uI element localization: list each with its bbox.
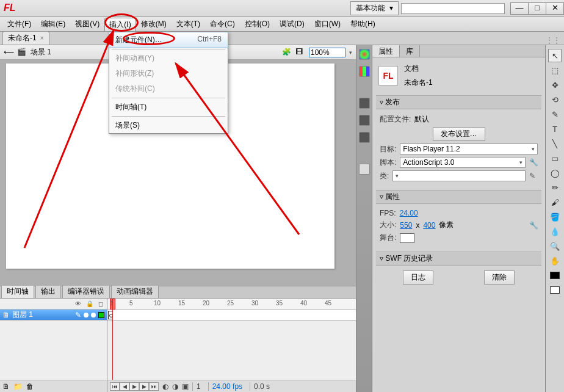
script-label: 脚本: (380, 158, 396, 168)
step-back-icon[interactable]: ◀ (120, 382, 129, 391)
fps-status: 24.00 fps (208, 382, 246, 391)
panel-tab[interactable]: 库 (400, 45, 420, 57)
tool-button[interactable] (548, 269, 562, 282)
target-combo[interactable]: Flash Player 11.2 (400, 143, 538, 154)
close-tab-icon[interactable]: × (40, 35, 44, 42)
clear-button[interactable]: 清除 (484, 270, 515, 285)
menu-修改[interactable]: 修改(M) (136, 17, 172, 31)
layer-outline-swatch[interactable] (98, 312, 104, 318)
outline-icon[interactable]: ◻ (98, 300, 103, 307)
window-maximize[interactable]: □ (528, 2, 546, 15)
frames-row[interactable] (107, 310, 356, 321)
pencil-icon[interactable]: ✎ (529, 172, 538, 180)
wrench-icon[interactable]: 🔧 (529, 158, 538, 167)
menu-item: 补间动画(Y) (109, 51, 228, 66)
tool-button[interactable]: 🖌 (548, 195, 562, 209)
menu-视图[interactable]: 视图(V) (70, 17, 104, 31)
window-minimize[interactable]: — (510, 2, 529, 15)
section-props-header[interactable]: ▿ 属性 (376, 190, 541, 204)
width-value[interactable]: 550 (400, 221, 412, 230)
section-publish-header[interactable]: ▿ 发布 (376, 95, 541, 109)
stage-color-swatch[interactable] (400, 233, 414, 243)
onion-outline-icon[interactable]: ◑ (172, 382, 178, 391)
menu-命令[interactable]: 命令(C) (205, 17, 240, 31)
delete-layer-icon[interactable]: 🗑 (26, 382, 34, 391)
tool-button[interactable]: ✥ (548, 78, 562, 92)
dock-color-icon[interactable] (359, 49, 370, 60)
scene-name: 场景 1 (31, 47, 51, 57)
fps-value[interactable]: 24.00 (400, 209, 418, 217)
script-combo[interactable]: ActionScript 3.0 (400, 157, 526, 168)
goto-last-icon[interactable]: ⏭ (149, 382, 159, 391)
tool-button[interactable]: T (548, 122, 562, 136)
wrench-icon[interactable]: 🔧 (529, 221, 538, 230)
target-label: 目标: (380, 144, 396, 154)
menu-item[interactable]: 时间轴(T) (109, 100, 228, 115)
tool-button[interactable]: 🔍 (548, 239, 562, 253)
menu-编辑[interactable]: 编辑(E) (36, 17, 70, 31)
layer-lock-dot[interactable] (91, 313, 96, 318)
scene-icon: 🎬 (17, 48, 27, 57)
dock-align-icon[interactable] (359, 98, 370, 109)
class-input[interactable] (392, 170, 526, 181)
tool-button[interactable]: ⟲ (548, 93, 562, 106)
goto-first-icon[interactable]: ⏮ (110, 382, 120, 391)
panel-tab[interactable]: 属性 (372, 45, 400, 57)
tool-button[interactable]: ⬚ (548, 64, 562, 77)
dock-library-icon[interactable] (359, 164, 370, 175)
menu-窗口[interactable]: 窗口(W) (309, 17, 345, 31)
lock-icon[interactable]: 🔒 (86, 300, 93, 307)
tool-button[interactable]: ✏ (548, 181, 562, 194)
tool-button[interactable]: 💧 (548, 225, 562, 238)
workspace-switcher[interactable]: 基本功能 ▾ (350, 1, 399, 15)
new-layer-icon[interactable]: 🗎 (2, 382, 10, 391)
onion-skin-icon[interactable]: ◐ (162, 382, 168, 391)
search-input[interactable] (401, 3, 505, 14)
tool-button[interactable]: ↖ (548, 49, 562, 62)
menu-item: 传统补间(C) (109, 81, 228, 96)
stage-label: 舞台: (380, 233, 396, 243)
timeline-tab[interactable]: 编译器错误 (62, 285, 110, 298)
window-close[interactable]: ✕ (546, 2, 564, 15)
menu-item[interactable]: 场景(S) (109, 118, 228, 133)
timeline-tab[interactable]: 输出 (35, 285, 61, 298)
tool-button[interactable]: ▭ (548, 151, 562, 165)
ruler-tick: 45 (325, 300, 331, 307)
menu-item[interactable]: 新建元件(N)…Ctrl+F8 (109, 32, 228, 48)
edit-multi-icon[interactable]: ▣ (182, 382, 189, 391)
menu-插入[interactable]: 插入(I) (104, 18, 136, 31)
timeline-tab[interactable]: 时间轴 (1, 285, 34, 298)
publish-settings-button[interactable]: 发布设置… (433, 127, 485, 141)
menu-文件[interactable]: 文件(F) (2, 17, 36, 31)
zoom-field[interactable]: 100% (309, 48, 345, 57)
zoom-dropdown-icon[interactable]: ▾ (349, 49, 352, 56)
step-fwd-icon[interactable]: ▶ (139, 382, 149, 391)
tool-button[interactable]: ◯ (548, 166, 562, 180)
timeline-tab[interactable]: 动画编辑器 (111, 285, 159, 298)
menu-控制[interactable]: 控制(O) (240, 17, 275, 31)
layer-row[interactable]: 🗎 图层 1 ✎ (0, 310, 107, 321)
play-icon[interactable]: ▶ (129, 382, 139, 391)
dock-swatches-icon[interactable] (359, 66, 370, 77)
layer-visible-dot[interactable] (84, 313, 89, 318)
tool-button[interactable]: ✎ (548, 107, 562, 121)
tool-button[interactable]: ╲ (548, 137, 562, 150)
menu-调试[interactable]: 调试(D) (275, 17, 309, 31)
height-value[interactable]: 400 (423, 221, 435, 230)
tool-button[interactable]: 🪣 (548, 210, 562, 223)
eye-icon[interactable]: 👁 (75, 300, 81, 307)
new-folder-icon[interactable]: 📁 (13, 382, 23, 391)
ruler-tick: 35 (276, 300, 283, 307)
scene-list-icon[interactable]: 🎞 (295, 48, 305, 57)
menu-文本[interactable]: 文本(T) (172, 17, 205, 31)
document-tab[interactable]: 未命名-1 × (2, 31, 49, 45)
log-button[interactable]: 日志 (403, 270, 433, 285)
dock-info-icon[interactable] (359, 115, 370, 126)
dock-transform-icon[interactable] (359, 132, 370, 143)
back-icon[interactable]: ⟵ (4, 48, 13, 57)
symbol-edit-icon[interactable]: 🧩 (282, 48, 292, 57)
tool-button[interactable] (548, 283, 562, 297)
menu-帮助[interactable]: 帮助(H) (345, 17, 380, 31)
tool-button[interactable]: ✋ (548, 254, 562, 267)
section-swf-header[interactable]: ▿ SWF 历史记录 (376, 252, 541, 266)
